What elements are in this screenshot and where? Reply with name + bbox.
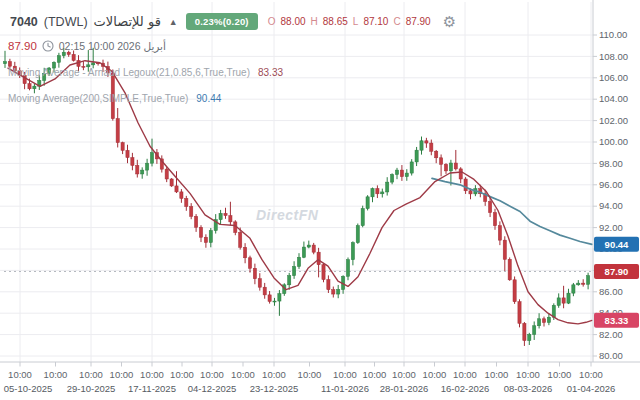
svg-text:94.00: 94.00	[599, 200, 623, 211]
svg-text:10:00: 10:00	[79, 369, 103, 380]
svg-text:10:00: 10:00	[485, 369, 509, 380]
open-value: 88.00	[281, 16, 306, 27]
svg-text:96.00: 96.00	[599, 179, 623, 190]
svg-text:08-03-2026: 08-03-2026	[504, 383, 553, 394]
high-label: H	[311, 16, 318, 27]
svg-text:16-02-2026: 16-02-2026	[441, 383, 490, 394]
company-name: قو للإتصالات	[94, 14, 161, 29]
svg-text:86.00: 86.00	[599, 286, 623, 297]
svg-text:10:00: 10:00	[110, 369, 134, 380]
svg-text:10:00: 10:00	[363, 369, 387, 380]
axis-price-badges: 90.4487.9083.33	[594, 237, 639, 328]
svg-text:10:00: 10:00	[579, 369, 603, 380]
svg-text:87.90: 87.90	[605, 266, 629, 277]
price-chart[interactable]: 110.00108.00106.00104.00102.00100.0098.0…	[0, 0, 640, 400]
indicator-label: Moving Average(200,SIMPLE,True,True)	[8, 93, 188, 104]
last-trade-row: 87.90 02:15 10:00 2026 أبريل	[8, 40, 166, 52]
svg-text:04-12-2025: 04-12-2025	[188, 383, 237, 394]
svg-text:100.00: 100.00	[599, 136, 628, 147]
low-value: 87.10	[363, 16, 388, 27]
svg-text:10:00: 10:00	[140, 369, 164, 380]
svg-text:29-10-2025: 29-10-2025	[67, 383, 116, 394]
indicator-value: 83.33	[258, 67, 283, 78]
close-label: C	[393, 16, 400, 27]
svg-text:82.00: 82.00	[599, 329, 623, 340]
svg-text:108.00: 108.00	[599, 51, 628, 62]
chart-window: 110.00108.00106.00104.00102.00100.0098.0…	[0, 0, 640, 400]
svg-text:10:00: 10:00	[170, 369, 194, 380]
svg-text:102.00: 102.00	[599, 115, 628, 126]
x-axis[interactable]: 10:0010:0010:0010:0010:0010:0010:0010:00…	[4, 362, 616, 394]
close-value: 87.90	[406, 16, 431, 27]
svg-text:05-10-2025: 05-10-2025	[4, 383, 53, 394]
sma200-line	[432, 178, 592, 244]
y-axis[interactable]: 110.00108.00106.00104.00102.00100.0098.0…	[593, 29, 628, 361]
low-label: L	[353, 16, 359, 27]
price-up-icon: ▲	[169, 17, 178, 27]
svg-text:10:00: 10:00	[8, 369, 32, 380]
svg-text:28-01-2026: 28-01-2026	[380, 383, 429, 394]
svg-text:01-04-2026: 01-04-2026	[567, 383, 616, 394]
svg-text:17-11-2025: 17-11-2025	[128, 383, 176, 394]
svg-text:98.00: 98.00	[599, 158, 623, 169]
svg-text:10:00: 10:00	[231, 369, 255, 380]
svg-text:104.00: 104.00	[599, 93, 628, 104]
svg-text:110.00: 110.00	[599, 29, 627, 40]
indicator-row-sma200[interactable]: Moving Average(200,SIMPLE,True,True) 90.…	[8, 93, 221, 104]
open-label: O	[268, 16, 276, 27]
svg-text:23-12-2025: 23-12-2025	[250, 383, 299, 394]
svg-text:10:00: 10:00	[333, 369, 357, 380]
watermark: DirectFN	[256, 207, 318, 223]
svg-text:10:00: 10:00	[453, 369, 477, 380]
svg-text:83.33: 83.33	[605, 315, 629, 326]
exchange-code: (TDWL)	[44, 15, 88, 29]
indicator-label: Moving Average - Arnaud Legoux(21,0.85,6…	[8, 67, 250, 78]
svg-text:106.00: 106.00	[599, 72, 628, 83]
svg-text:90.44: 90.44	[605, 239, 629, 250]
ohlc-readout: O 88.00 H 88.65 L 87.10 C 87.90	[268, 16, 431, 27]
svg-text:11-01-2026: 11-01-2026	[321, 383, 369, 394]
svg-text:10:00: 10:00	[298, 369, 322, 380]
svg-text:10:00: 10:00	[516, 369, 540, 380]
last-update-time: 02:15 10:00 2026 أبريل	[59, 40, 166, 52]
grid	[0, 2, 593, 362]
svg-text:10:00: 10:00	[392, 369, 416, 380]
svg-text:80.00: 80.00	[599, 350, 623, 361]
svg-text:10:00: 10:00	[423, 369, 447, 380]
svg-text:92.00: 92.00	[599, 222, 623, 233]
symbol-code: 7040	[10, 15, 38, 29]
axes	[0, 0, 640, 362]
symbol-header: 7040 (TDWL) قو للإتصالات ▲ 0.23%(0.20) O…	[10, 13, 456, 30]
indicator-row-alma[interactable]: Moving Average - Arnaud Legoux(21,0.85,6…	[8, 67, 283, 78]
svg-text:10:00: 10:00	[200, 369, 224, 380]
change-badge: 0.23%(0.20)	[186, 13, 258, 30]
last-price: 87.90	[8, 40, 37, 52]
settings-gear-icon[interactable]: ⚙	[443, 14, 456, 29]
indicator-value: 90.44	[196, 93, 221, 104]
svg-text:10:00: 10:00	[262, 369, 286, 380]
svg-text:10:00: 10:00	[548, 369, 572, 380]
clock-icon	[42, 40, 54, 52]
high-value: 88.65	[323, 16, 348, 27]
svg-text:10:00: 10:00	[44, 369, 68, 380]
